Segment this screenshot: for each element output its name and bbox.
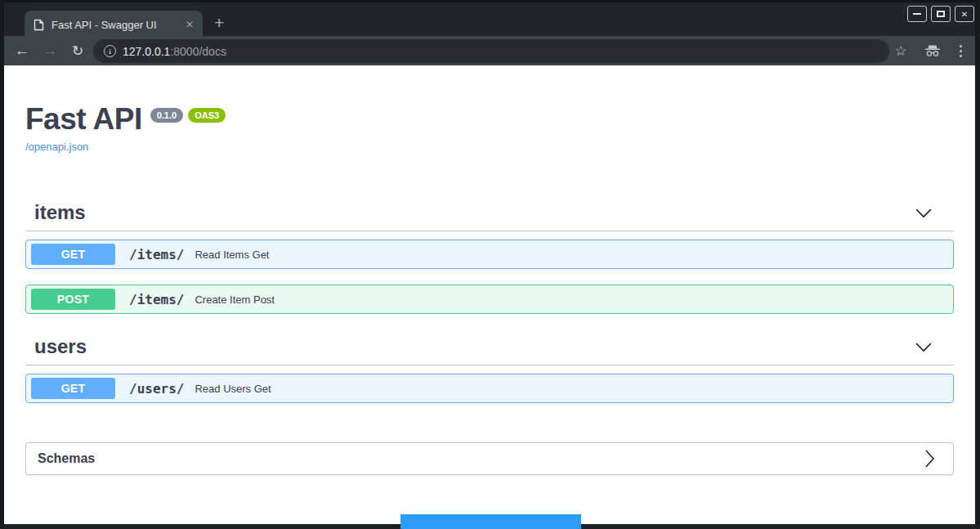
window-frame-left	[0, 0, 4, 529]
section-title: users	[25, 335, 87, 358]
window-minimize-button[interactable]	[907, 6, 927, 22]
operation-summary: Read Items Get	[195, 249, 269, 261]
oas3-badge: OAS3	[188, 108, 226, 123]
minimize-icon	[913, 13, 921, 15]
chevron-right-icon[interactable]	[924, 449, 935, 468]
operation-row-get-items[interactable]: GET /items/ Read Items Get	[25, 240, 954, 269]
section-divider	[25, 231, 954, 231]
url-bar[interactable]: i 127.0.0.1:8000/docs	[93, 39, 889, 63]
swagger-page: Fast API 0.1.0 OAS3 /openapi.json items …	[4, 65, 975, 524]
operation-row-post-items[interactable]: POST /items/ Create Item Post	[25, 285, 954, 314]
section-divider	[25, 365, 954, 365]
chevron-down-icon[interactable]	[915, 342, 954, 352]
new-tab-button[interactable]: +	[214, 13, 224, 33]
operation-row-get-users[interactable]: GET /users/ Read Users Get	[25, 374, 954, 403]
operation-path: /items/	[129, 247, 184, 262]
openapi-spec-link[interactable]: /openapi.json	[25, 141, 88, 153]
tab-title: Fast API - Swagger UI	[51, 19, 157, 31]
bottom-highlight-bar	[401, 514, 581, 529]
method-badge-get: GET	[31, 244, 115, 265]
window-close-button[interactable]: ✕	[955, 6, 974, 22]
chevron-down-icon[interactable]	[915, 208, 954, 218]
back-button[interactable]: ←	[11, 36, 33, 65]
api-header: Fast API 0.1.0 OAS3	[25, 104, 226, 135]
incognito-icon[interactable]	[922, 36, 943, 65]
browser-titlebar: Fast API - Swagger UI ✕ + ✕	[0, 0, 980, 36]
forward-button[interactable]: →	[39, 36, 60, 65]
schemas-label: Schemas	[38, 451, 95, 466]
browser-menu-icon[interactable]	[955, 36, 966, 65]
operation-path: /items/	[129, 292, 184, 307]
method-badge-get: GET	[31, 378, 115, 399]
section-header-users[interactable]: users	[25, 334, 954, 360]
site-info-icon[interactable]: i	[104, 45, 116, 57]
window-maximize-button[interactable]	[931, 6, 951, 22]
url-host: 127.0.0.1	[123, 45, 170, 58]
section-header-items[interactable]: items	[25, 199, 954, 226]
tab-close-icon[interactable]: ✕	[186, 19, 194, 30]
api-title: Fast API	[25, 104, 142, 135]
method-badge-post: POST	[31, 289, 115, 310]
url-path: :8000/docs	[170, 45, 226, 58]
operation-summary: Read Users Get	[195, 383, 271, 395]
version-badge: 0.1.0	[150, 108, 183, 123]
browser-tab[interactable]: Fast API - Swagger UI ✕	[25, 11, 203, 38]
page-favicon-icon	[34, 19, 44, 31]
schemas-panel[interactable]: Schemas	[25, 442, 954, 475]
section-title: items	[25, 201, 86, 224]
operation-summary: Create Item Post	[195, 294, 275, 306]
browser-toolbar: ← → ↻ i 127.0.0.1:8000/docs ☆	[0, 36, 980, 65]
maximize-icon	[937, 11, 945, 17]
bookmark-star-icon[interactable]: ☆	[890, 36, 911, 65]
window-frame-right	[975, 0, 980, 529]
reload-button[interactable]: ↻	[67, 36, 88, 65]
window-controls: ✕	[907, 6, 974, 22]
url-text: 127.0.0.1:8000/docs	[123, 45, 226, 58]
operation-path: /users/	[129, 381, 184, 397]
